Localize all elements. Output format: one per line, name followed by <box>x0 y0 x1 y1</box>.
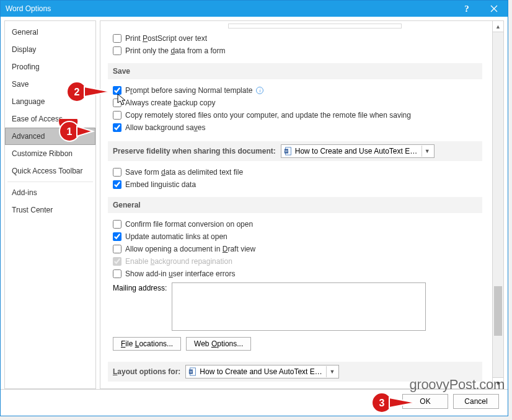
label-embed-linguistic: Embed linguistic data <box>125 180 196 189</box>
row-allow-draft: Allow opening a document in Draft view <box>108 243 482 255</box>
info-icon[interactable]: i <box>256 87 263 94</box>
label-print-only-data: Print only the data from a form <box>125 46 225 55</box>
checkbox-allow-draft[interactable] <box>113 245 121 253</box>
section-save-heading: Save <box>108 63 482 79</box>
scroll-thumb[interactable] <box>494 286 502 336</box>
row-copy-remote: Copy remotely stored files onto your com… <box>108 109 482 121</box>
sidebar-item-ease-of-access[interactable]: Ease of Access <box>5 110 95 128</box>
svg-text:W: W <box>190 370 193 374</box>
checkbox-copy-remote[interactable] <box>113 111 121 120</box>
row-embed-linguistic: Embed linguistic data <box>108 178 482 191</box>
label-print-postscript: Print PostScript over text <box>125 34 207 43</box>
row-print-only-data: Print only the data from a form <box>108 45 482 57</box>
checkbox-update-links[interactable] <box>113 232 121 241</box>
layout-options-row: Layout options for: W How to Create and … <box>108 362 482 382</box>
mailing-textarea[interactable] <box>172 282 426 331</box>
fidelity-label: Preserve fidelity when sharing this docu… <box>113 147 276 155</box>
checkbox-embed-linguistic[interactable] <box>113 180 121 189</box>
row-bg-saves: Allow background saves <box>108 121 482 134</box>
fidelity-dropdown[interactable]: W How to Create and Use AutoText Entrie.… <box>281 144 435 158</box>
scroll-track[interactable] <box>493 32 503 377</box>
row-prompt-normal: Prompt before saving Normal template i <box>108 84 482 97</box>
checkbox-bg-saves[interactable] <box>113 123 121 132</box>
ok-button[interactable]: OK <box>402 394 448 409</box>
checkbox-backup-copy[interactable] <box>113 98 121 107</box>
checkbox-print-postscript[interactable] <box>113 34 121 43</box>
sidebar-item-advanced[interactable]: Advanced <box>5 128 95 145</box>
checkbox-bg-repagination <box>113 257 121 266</box>
label-copy-remote: Copy remotely stored files onto your com… <box>125 111 411 120</box>
chevron-down-icon: ▼ <box>422 146 433 157</box>
sidebar: General Display Proofing Save Language E… <box>4 20 96 389</box>
checkbox-confirm-conversion[interactable] <box>113 220 121 229</box>
row-confirm-conversion: Confirm file format conversion on open <box>108 218 482 230</box>
word-options-dialog: Word Options ? General Display Proofing … <box>0 0 508 416</box>
label-save-form-data: Save form data as delimited text file <box>125 168 243 177</box>
sidebar-item-customize-ribbon[interactable]: Customize Ribbon <box>5 145 95 162</box>
clipped-control <box>228 24 402 28</box>
svg-text:W: W <box>285 149 288 153</box>
window-title: Word Options <box>6 4 51 13</box>
row-save-form-data: Save form data as delimited text file <box>108 166 482 178</box>
scroll-down-arrow[interactable]: ▼ <box>493 377 503 388</box>
label-prompt-normal: Prompt before saving Normal template <box>125 86 252 95</box>
word-doc-icon: W <box>188 367 197 376</box>
titlebar: Word Options ? <box>1 1 508 17</box>
sidebar-item-save[interactable]: Save <box>5 76 95 93</box>
row-addin-errors: Show add-in user interface errors <box>108 268 482 280</box>
checkbox-prompt-normal[interactable] <box>113 86 121 95</box>
sidebar-item-quick-access-toolbar[interactable]: Quick Access Toolbar <box>5 162 95 180</box>
mailing-label: Mailing address: <box>113 282 167 292</box>
vertical-scrollbar[interactable]: ▲ ▼ <box>493 20 504 389</box>
file-locations-button[interactable]: FFile Locations...ile Locations... <box>113 337 181 351</box>
scroll-up-arrow[interactable]: ▲ <box>493 21 503 32</box>
options-panel: Print PostScript over text Print only th… <box>100 20 493 389</box>
row-update-links: Update automatic links at open <box>108 230 482 243</box>
label-confirm-conversion: Confirm file format conversion on open <box>125 220 253 229</box>
sidebar-item-language[interactable]: Language <box>5 93 95 110</box>
sidebar-item-display[interactable]: Display <box>5 41 95 58</box>
mailing-address-row: Mailing address: <box>108 280 482 333</box>
sidebar-item-proofing[interactable]: Proofing <box>5 58 95 76</box>
label-backup-copy: Always create backup copy <box>125 98 215 107</box>
sidebar-item-trust-center[interactable]: Trust Center <box>5 201 95 219</box>
chevron-down-icon: ▼ <box>326 366 337 377</box>
layout-options-dropdown[interactable]: W How to Create and Use AutoText Entrie.… <box>185 365 339 378</box>
help-button[interactable]: ? <box>453 1 480 17</box>
section-general-heading: General <box>108 197 482 213</box>
checkbox-save-form-data[interactable] <box>113 168 121 177</box>
close-icon <box>490 5 498 12</box>
checkbox-addin-errors[interactable] <box>113 269 121 278</box>
row-bg-repagination: Enable background repagination <box>108 255 482 268</box>
word-doc-icon: W <box>284 147 293 155</box>
label-addin-errors: Show add-in user interface errors <box>125 269 235 278</box>
label-update-links: Update automatic links at open <box>125 232 227 241</box>
web-options-button[interactable]: Web Options... <box>186 337 251 351</box>
row-print-postscript: Print PostScript over text <box>108 32 482 45</box>
label-bg-saves: Allow background saves <box>125 123 205 132</box>
label-bg-repagination: Enable background repagination <box>125 257 232 266</box>
cancel-button[interactable]: Cancel <box>453 394 499 409</box>
label-allow-draft: Allow opening a document in Draft view <box>125 245 255 253</box>
general-buttons: FFile Locations...ile Locations... Web O… <box>108 333 482 354</box>
row-backup-copy: Always create backup copy <box>108 97 482 109</box>
dialog-footer: OK Cancel <box>1 390 508 413</box>
layout-options-label: Layout options for: <box>113 367 180 376</box>
fidelity-row: Preserve fidelity when sharing this docu… <box>108 141 482 161</box>
sidebar-item-general[interactable]: General <box>5 24 95 41</box>
close-button[interactable] <box>480 1 508 17</box>
fidelity-dropdown-value: How to Create and Use AutoText Entrie... <box>295 147 419 155</box>
layout-options-dropdown-value: How to Create and Use AutoText Entrie... <box>200 367 324 376</box>
sidebar-item-add-ins[interactable]: Add-ins <box>5 184 95 201</box>
checkbox-print-only-data[interactable] <box>113 46 121 55</box>
